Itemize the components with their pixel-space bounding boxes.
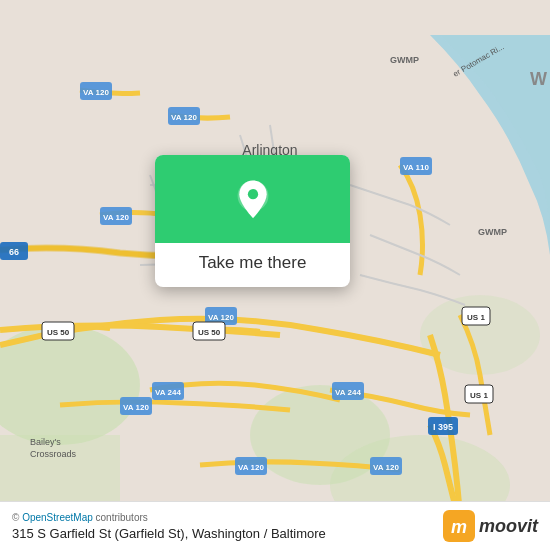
svg-text:VA 120: VA 120 xyxy=(83,88,109,97)
svg-text:66: 66 xyxy=(9,247,19,257)
popup-card: Take me there xyxy=(155,155,350,287)
moovit-logo: m moovit xyxy=(443,510,538,542)
svg-text:VA 120: VA 120 xyxy=(171,113,197,122)
svg-text:VA 244: VA 244 xyxy=(335,388,361,397)
svg-text:US 50: US 50 xyxy=(47,328,70,337)
svg-text:VA 120: VA 120 xyxy=(373,463,399,472)
svg-text:US 1: US 1 xyxy=(467,313,485,322)
svg-text:GWMP: GWMP xyxy=(390,55,419,65)
svg-text:VA 120: VA 120 xyxy=(208,313,234,322)
osm-link[interactable]: OpenStreetMap xyxy=(22,512,93,523)
bottom-bar: © OpenStreetMap contributors 315 S Garfi… xyxy=(0,501,550,550)
attribution-suffix: contributors xyxy=(93,512,148,523)
osm-attribution: © OpenStreetMap contributors xyxy=(12,512,326,523)
svg-text:W: W xyxy=(530,69,547,89)
address-text: 315 S Garfield St (Garfield St), Washing… xyxy=(12,526,326,541)
svg-text:VA 120: VA 120 xyxy=(238,463,264,472)
svg-text:Crossroads: Crossroads xyxy=(30,449,77,459)
popup-pointer xyxy=(241,243,265,257)
svg-text:Bailey's: Bailey's xyxy=(30,437,61,447)
map-container: VA 120 VA 120 VA 120 VA 120 VA 120 VA 12… xyxy=(0,0,550,550)
svg-text:VA 110: VA 110 xyxy=(403,163,429,172)
attribution-prefix: © xyxy=(12,512,22,523)
svg-text:US 1: US 1 xyxy=(470,391,488,400)
bottom-left-info: © OpenStreetMap contributors 315 S Garfi… xyxy=(12,512,326,541)
svg-text:VA 120: VA 120 xyxy=(103,213,129,222)
svg-point-47 xyxy=(247,189,257,199)
svg-text:VA 244: VA 244 xyxy=(155,388,181,397)
svg-text:I 395: I 395 xyxy=(433,422,453,432)
moovit-brand-name: moovit xyxy=(479,516,538,537)
svg-text:VA 120: VA 120 xyxy=(123,403,149,412)
svg-text:GWMP: GWMP xyxy=(478,227,507,237)
popup-green-area xyxy=(155,155,350,243)
location-pin-icon xyxy=(229,177,277,225)
moovit-brand-icon: m xyxy=(443,510,475,542)
svg-text:US 50: US 50 xyxy=(198,328,221,337)
svg-text:m: m xyxy=(451,517,467,537)
